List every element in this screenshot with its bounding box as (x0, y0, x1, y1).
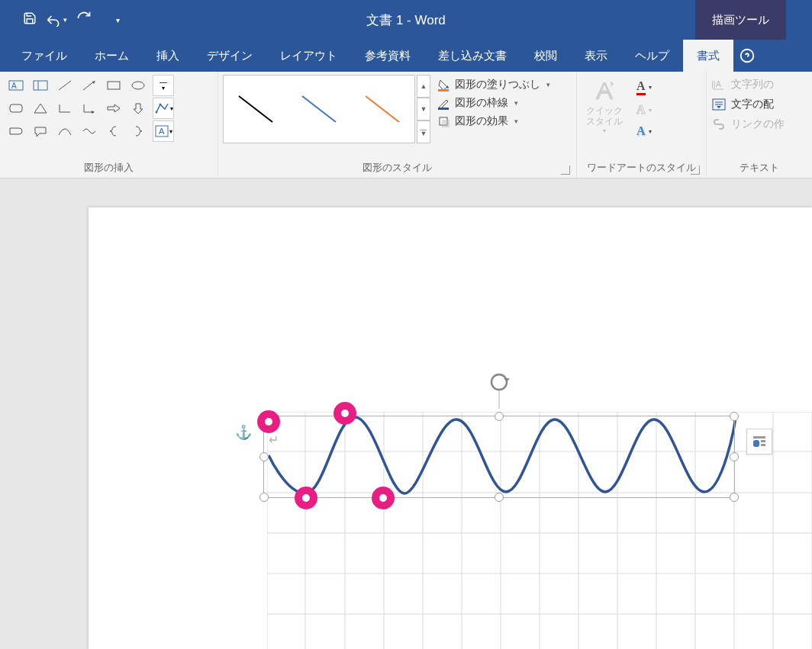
shape-wave[interactable] (78, 120, 101, 142)
tab-mailmerge[interactable]: 差し込み文書 (424, 40, 520, 72)
window-title: 文書 1 - Word (366, 11, 446, 29)
svg-rect-57 (753, 440, 759, 447)
edit-shape-button[interactable]: ▾ (153, 98, 174, 119)
wordart-styles-launcher[interactable] (691, 165, 700, 175)
svg-rect-3 (34, 81, 47, 90)
svg-rect-25 (442, 120, 450, 127)
shape-textbox-vertical[interactable] (29, 75, 52, 96)
document-area[interactable]: ⚓ ↵ (0, 178, 812, 649)
shape-styles-launcher[interactable] (561, 165, 570, 175)
shape-curve[interactable] (53, 120, 76, 142)
svg-point-16 (159, 104, 161, 106)
rotate-handle[interactable] (488, 372, 511, 395)
svg-marker-14 (134, 104, 143, 114)
ribbon: A —▾ (0, 72, 812, 178)
align-text-button[interactable]: 文字の配 (711, 98, 807, 111)
shape-triangle[interactable] (29, 98, 52, 119)
shapes-more-button[interactable]: —▾ (153, 75, 174, 96)
svg-line-19 (239, 96, 272, 122)
shape-rounded-rect[interactable] (5, 98, 27, 119)
tab-file[interactable]: ファイル (8, 40, 81, 72)
svg-line-6 (83, 82, 94, 90)
svg-rect-56 (753, 436, 765, 439)
layout-options-button[interactable] (746, 429, 772, 455)
svg-rect-59 (761, 444, 765, 446)
shape-callout[interactable] (29, 120, 52, 142)
tell-me-icon[interactable] (733, 40, 761, 72)
edit-point-1[interactable] (257, 410, 280, 433)
svg-rect-8 (108, 82, 120, 89)
gallery-up-button[interactable]: ▲ (417, 75, 430, 98)
svg-marker-31 (717, 106, 721, 108)
handle-n[interactable] (495, 412, 504, 421)
svg-rect-22 (438, 89, 449, 92)
shape-flowchart[interactable] (5, 120, 27, 142)
svg-line-5 (59, 81, 71, 90)
shape-fill-button[interactable]: 図形の塗りつぶし▾ (437, 78, 550, 92)
svg-text:A: A (11, 82, 17, 90)
save-icon[interactable] (23, 11, 37, 29)
shape-oval[interactable] (127, 75, 150, 96)
svg-point-54 (491, 374, 507, 390)
edit-point-4[interactable] (372, 487, 395, 509)
shape-arrow-right[interactable] (102, 98, 125, 119)
draw-textbox-button[interactable]: A▾ (153, 120, 174, 142)
shape-brace-right[interactable] (127, 120, 150, 142)
page[interactable]: ⚓ ↵ (89, 207, 812, 649)
tab-home[interactable]: ホーム (81, 40, 143, 72)
group-label-shape-styles: 図形のスタイル (223, 158, 572, 176)
shapes-gallery[interactable]: A (5, 75, 150, 142)
svg-marker-12 (92, 111, 95, 114)
shape-brace-left[interactable] (102, 120, 125, 142)
group-label-text: テキスト (711, 158, 807, 176)
group-label-wordart-styles: ワードアートのスタイル (582, 158, 701, 176)
handle-e[interactable] (730, 452, 739, 461)
redo-icon[interactable] (76, 11, 92, 30)
text-effects-button[interactable]: A▾ (636, 124, 652, 138)
tab-view[interactable]: 表示 (571, 40, 621, 72)
shape-arrow-down[interactable] (127, 98, 150, 119)
svg-marker-13 (108, 104, 120, 112)
handle-sw[interactable] (259, 493, 269, 502)
svg-text:||A: ||A (711, 79, 722, 88)
shape-line[interactable] (53, 75, 76, 96)
gallery-more-button[interactable]: —▼ (417, 120, 430, 143)
shape-textbox[interactable]: A (5, 75, 27, 96)
undo-icon[interactable]: ▾ (46, 13, 67, 27)
shape-arrow-line[interactable] (78, 75, 101, 96)
tab-help[interactable]: ヘルプ (621, 40, 683, 72)
handle-ne[interactable] (730, 412, 739, 421)
edit-point-2[interactable] (334, 402, 356, 425)
text-outline-button: A▾ (636, 103, 652, 117)
handle-s[interactable] (495, 493, 504, 502)
handle-w[interactable] (259, 452, 269, 461)
shape-style-gallery[interactable] (223, 75, 415, 143)
customize-qat-icon[interactable]: ▾ (116, 16, 120, 24)
selection-box (263, 416, 735, 498)
shape-outline-button[interactable]: 図形の枠線▾ (437, 96, 550, 110)
tab-design[interactable]: デザイン (193, 40, 266, 72)
shape-lconnector-arrow[interactable] (78, 98, 101, 119)
text-fill-button[interactable]: A▾ (636, 79, 652, 95)
tab-references[interactable]: 参考資料 (351, 40, 424, 72)
svg-line-21 (366, 96, 399, 122)
shape-rectangle[interactable] (102, 75, 125, 96)
tab-layout[interactable]: レイアウト (266, 40, 351, 72)
text-direction-button: ||A 文字列の (711, 78, 807, 92)
contextual-tab-drawing-tools: 描画ツール (695, 0, 786, 40)
shape-lconnector[interactable] (53, 98, 76, 119)
svg-rect-58 (761, 440, 765, 442)
edit-point-3[interactable] (295, 487, 317, 509)
svg-rect-23 (438, 108, 449, 110)
title-bar: ▾ ▾ 文書 1 - Word 描画ツール (0, 0, 812, 40)
handle-se[interactable] (730, 493, 739, 502)
gallery-down-button[interactable]: ▼ (417, 98, 430, 120)
shape-effects-button[interactable]: 図形の効果▾ (437, 114, 550, 128)
tab-review[interactable]: 校閲 (520, 40, 571, 72)
svg-point-15 (155, 111, 157, 114)
svg-point-9 (132, 82, 144, 89)
tab-insert[interactable]: 挿入 (143, 40, 193, 72)
group-label-insert-shapes: 図形の挿入 (5, 158, 213, 176)
tab-format[interactable]: 書式 (683, 40, 733, 72)
create-link-button: リンクの作 (711, 117, 807, 131)
